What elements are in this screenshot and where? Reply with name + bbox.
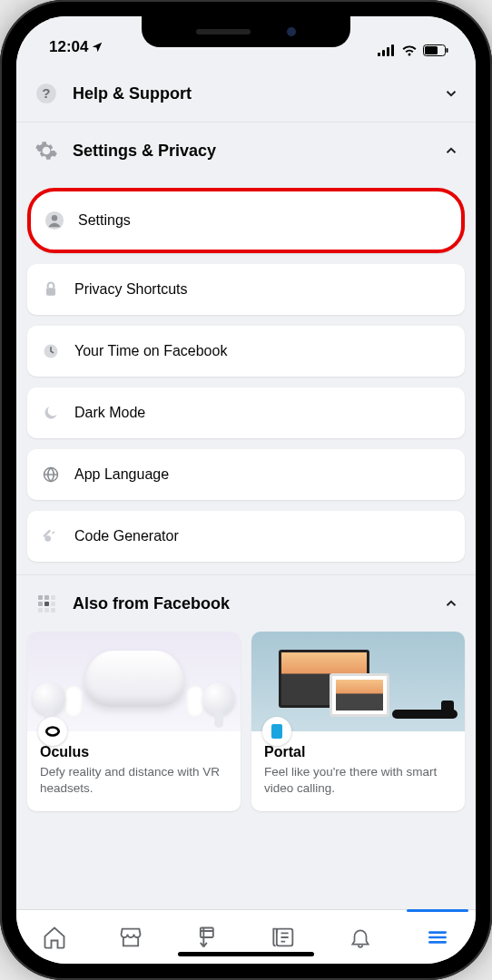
menu-item-code-generator[interactable]: Code Generator	[27, 511, 465, 562]
svg-rect-22	[51, 602, 55, 606]
tab-menu[interactable]	[399, 910, 476, 964]
svg-rect-11	[46, 288, 55, 295]
menu-item-label: Dark Mode	[74, 405, 145, 421]
menu-content[interactable]: ? Help & Support Settings & Privacy	[16, 60, 476, 909]
svg-rect-0	[378, 53, 380, 56]
card-oculus[interactable]: Oculus Defy reality and distance with VR…	[27, 632, 241, 811]
menu-item-dark-mode[interactable]: Dark Mode	[27, 387, 465, 438]
card-title: Oculus	[40, 744, 228, 760]
svg-rect-2	[387, 47, 389, 56]
svg-rect-3	[391, 44, 394, 56]
phone-frame: 12:04 ?	[0, 0, 492, 980]
menu-item-label: Settings	[78, 212, 131, 229]
card-image	[251, 632, 465, 731]
section-title: Help & Support	[73, 84, 443, 103]
svg-point-10	[52, 215, 57, 220]
key-icon	[40, 525, 62, 547]
menu-item-settings[interactable]: Settings	[27, 188, 465, 253]
card-title: Portal	[264, 744, 452, 760]
svg-point-14	[44, 535, 51, 542]
menu-item-privacy-shortcuts[interactable]: Privacy Shortcuts	[27, 264, 465, 315]
svg-rect-24	[44, 608, 49, 612]
section-title: Also from Facebook	[73, 594, 443, 613]
tab-notifications[interactable]	[322, 910, 399, 964]
portal-badge-icon	[262, 717, 291, 746]
svg-rect-27	[271, 724, 282, 739]
settings-privacy-submenu: Settings Privacy Shortcuts Your Time on …	[16, 188, 476, 574]
svg-rect-20	[38, 602, 43, 606]
also-from-cards: Oculus Defy reality and distance with VR…	[16, 632, 476, 818]
card-portal[interactable]: Portal Feel like you're there with smart…	[251, 632, 465, 811]
menu-item-app-language[interactable]: App Language	[27, 449, 465, 500]
home-indicator[interactable]	[178, 952, 314, 956]
wifi-icon	[401, 44, 418, 56]
lock-icon	[40, 279, 62, 300]
menu-item-your-time[interactable]: Your Time on Facebook	[27, 326, 465, 377]
chevron-up-icon	[443, 595, 459, 612]
oculus-badge-icon	[38, 717, 67, 746]
card-desc: Feel like you're there with smart video …	[264, 764, 452, 797]
apps-grid-icon	[33, 590, 60, 617]
menu-item-label: App Language	[74, 466, 169, 483]
cell-signal-icon	[378, 44, 396, 56]
clock-icon	[40, 340, 62, 362]
svg-rect-19	[51, 595, 55, 600]
moon-icon	[40, 402, 62, 424]
battery-icon	[423, 44, 448, 56]
section-help-support[interactable]: ? Help & Support	[16, 60, 476, 122]
svg-rect-6	[447, 48, 448, 53]
globe-icon	[40, 464, 62, 485]
svg-text:?: ?	[42, 85, 50, 101]
tab-marketplace[interactable]	[93, 910, 169, 964]
section-also-from-facebook[interactable]: Also from Facebook	[16, 574, 476, 632]
card-desc: Defy reality and distance with VR headse…	[40, 764, 228, 797]
menu-item-label: Privacy Shortcuts	[74, 281, 187, 298]
location-icon	[91, 41, 103, 54]
svg-rect-1	[382, 50, 385, 56]
svg-rect-17	[38, 595, 43, 600]
person-icon	[44, 210, 65, 231]
svg-rect-23	[38, 608, 43, 612]
svg-rect-25	[51, 608, 55, 612]
gear-icon	[33, 137, 60, 164]
svg-rect-5	[425, 46, 438, 54]
menu-item-label: Your Time on Facebook	[74, 343, 227, 359]
svg-rect-18	[44, 595, 49, 600]
svg-point-26	[46, 728, 59, 736]
svg-rect-16	[52, 531, 55, 534]
tab-home[interactable]	[16, 910, 93, 964]
svg-rect-21	[44, 602, 49, 606]
svg-rect-28	[201, 927, 213, 937]
help-icon: ?	[33, 80, 60, 107]
chevron-down-icon	[443, 85, 459, 102]
menu-item-label: Code Generator	[74, 528, 179, 544]
chevron-up-icon	[443, 142, 459, 159]
notch	[142, 16, 350, 47]
section-title: Settings & Privacy	[73, 142, 443, 161]
section-settings-privacy[interactable]: Settings & Privacy	[16, 122, 476, 179]
card-image	[27, 632, 241, 731]
status-time: 12:04	[49, 38, 88, 56]
